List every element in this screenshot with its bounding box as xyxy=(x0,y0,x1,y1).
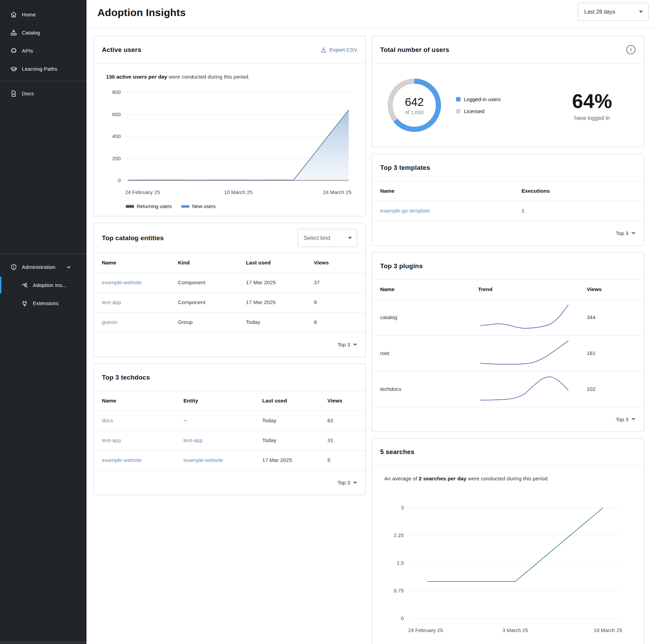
new-users-swatch xyxy=(181,205,189,208)
templates-table: Name Executions example-go-template 1 xyxy=(372,181,644,221)
table-row: test-app Component 17 Mar 2025 9 xyxy=(94,292,365,312)
entity-link[interactable]: guests xyxy=(102,319,118,325)
sidebar-item-home[interactable]: Home xyxy=(0,5,86,24)
top3-selector[interactable]: Top 3 xyxy=(94,470,365,495)
searches-summary: An average of 2 searches per day were co… xyxy=(384,476,634,482)
card-title: 5 searches xyxy=(380,448,414,456)
table-row: example-website Component 17 Mar 2025 37 xyxy=(94,273,365,292)
table-row: test-app test-app Today 31 xyxy=(94,430,365,450)
techdoc-link[interactable]: docs xyxy=(102,417,113,423)
entity-link[interactable]: test-app xyxy=(102,299,121,305)
techdoc-link[interactable]: test-app xyxy=(102,437,121,443)
legend-returning-users: Returning users xyxy=(126,204,172,209)
sidebar-item-adoption-insights[interactable]: Adoption Ins... xyxy=(0,276,86,294)
svg-text:0: 0 xyxy=(118,177,121,183)
svg-text:24 February 25: 24 February 25 xyxy=(408,627,443,633)
donut-value: 642 xyxy=(405,96,424,109)
entity-link[interactable]: example-website xyxy=(102,279,142,285)
legend-new-users: New users xyxy=(181,204,216,209)
logged-in-percent: 64% have logged in xyxy=(572,90,612,121)
sidebar-item-label: Adoption Ins... xyxy=(33,282,67,288)
info-icon[interactable]: i xyxy=(626,45,635,54)
donut-legend: Logged-in users Licensed xyxy=(456,96,501,114)
export-csv-button[interactable]: Export CSV xyxy=(321,47,357,53)
select-kind-dropdown[interactable]: Select kind xyxy=(298,229,357,247)
searches-card: 5 searches An average of 2 searches per … xyxy=(372,438,644,644)
sidebar-item-apis[interactable]: APIs xyxy=(0,42,86,60)
techdoc-link[interactable]: example-website xyxy=(102,457,142,463)
sidebar-item-catalog[interactable]: Catalog xyxy=(0,24,86,42)
svg-text:0: 0 xyxy=(401,615,404,621)
top3-selector[interactable]: Top 3 xyxy=(94,332,365,357)
table-row: example-website example-website 17 Mar 2… xyxy=(94,450,365,470)
caret-down-icon xyxy=(353,482,357,484)
returning-users-swatch xyxy=(126,205,134,208)
template-link[interactable]: example-go-template xyxy=(380,208,430,214)
entity-link[interactable]: example-website xyxy=(184,457,223,463)
svg-text:200: 200 xyxy=(112,155,121,161)
catalog-entities-table: Name Kind Last used Views example-websit… xyxy=(94,253,365,332)
chevron-down-icon[interactable] xyxy=(65,265,72,270)
sidebar-admin-section: Administration Adoption Ins... Extension… xyxy=(0,254,86,312)
donut-subtext: of 1,000 xyxy=(405,109,424,115)
category-icon xyxy=(10,29,17,36)
left-column: Active users Export CSV 130 active users… xyxy=(93,36,366,644)
main-area: Adoption Insights Last 28 days Active us… xyxy=(86,0,656,644)
svg-text:400: 400 xyxy=(112,133,121,139)
entity-link[interactable]: test-app xyxy=(184,437,203,443)
plug-icon xyxy=(21,300,28,307)
active-indicator xyxy=(0,277,1,293)
table-row: example-go-template 1 xyxy=(372,201,644,221)
table-header-row: Name Executions xyxy=(372,181,644,201)
shield-icon xyxy=(10,264,17,271)
svg-text:2.25: 2.25 xyxy=(394,532,404,538)
trend-sparkline xyxy=(478,398,571,404)
legend-licensed: Licensed xyxy=(456,108,501,114)
puzzle-icon xyxy=(10,47,17,54)
trend-sparkline xyxy=(478,326,571,332)
table-row: root 181 xyxy=(372,335,644,371)
page-header: Adoption Insights Last 28 days xyxy=(86,0,656,29)
sidebar-divider xyxy=(0,81,86,81)
svg-text:600: 600 xyxy=(112,111,121,117)
analytics-icon xyxy=(21,282,28,289)
sidebar-item-label: Extensions xyxy=(33,300,58,306)
active-users-card: Active users Export CSV 130 active users… xyxy=(93,36,366,216)
svg-text:800: 800 xyxy=(112,89,121,95)
sidebar-item-label: Administration xyxy=(22,264,55,270)
caret-down-icon xyxy=(348,237,352,239)
top3-selector[interactable]: Top 3 xyxy=(372,221,644,245)
licensed-swatch xyxy=(456,109,460,113)
top3-selector[interactable]: Top 3 xyxy=(372,407,644,431)
right-column: Total number of users i 642 of 1,000 xyxy=(372,36,644,644)
svg-text:24 March 25: 24 March 25 xyxy=(323,189,351,195)
sidebar-item-administration[interactable]: Administration xyxy=(0,258,86,276)
table-row: docs -- Today 62 xyxy=(94,411,365,430)
graduation-cap-icon xyxy=(10,66,17,72)
table-header-row: Name Entity Last used Views xyxy=(94,391,365,411)
download-icon xyxy=(321,47,326,53)
table-header-row: Name Trend Views xyxy=(372,280,644,299)
techdocs-table: Name Entity Last used Views docs -- Toda… xyxy=(94,391,365,470)
sidebar-item-docs[interactable]: Docs xyxy=(0,84,86,102)
svg-text:10 March 25: 10 March 25 xyxy=(594,627,622,633)
dashboard-content: Active users Export CSV 130 active users… xyxy=(86,29,656,644)
active-users-summary: 130 active users per day were conducted … xyxy=(106,74,356,80)
table-row: guests Group Today 8 xyxy=(94,312,365,332)
top-plugins-card: Top 3 plugins Name Trend Views catalog 3… xyxy=(372,252,644,432)
trend-sparkline xyxy=(478,362,571,368)
top-catalog-entities-card: Top catalog entities Select kind Name Ki… xyxy=(93,223,366,357)
sidebar-nav: Home Catalog APIs Learning Paths Docs xyxy=(0,0,86,102)
card-title: Total number of users xyxy=(380,46,449,54)
svg-text:0.75: 0.75 xyxy=(394,588,404,593)
sidebar-item-learning-paths[interactable]: Learning Paths xyxy=(0,60,86,78)
top-techdocs-card: Top 3 techdocs Name Entity Last used Vie… xyxy=(93,364,366,495)
sidebar-item-label: Learning Paths xyxy=(22,66,57,72)
date-range-select[interactable]: Last 28 days xyxy=(578,3,649,21)
sidebar-item-label: Docs xyxy=(22,91,34,96)
sidebar: Home Catalog APIs Learning Paths Docs Ad… xyxy=(0,0,86,644)
document-icon xyxy=(10,90,17,97)
date-range-value: Last 28 days xyxy=(584,9,615,15)
sidebar-item-extensions[interactable]: Extensions xyxy=(0,294,86,312)
svg-text:24 February 25: 24 February 25 xyxy=(125,189,160,195)
